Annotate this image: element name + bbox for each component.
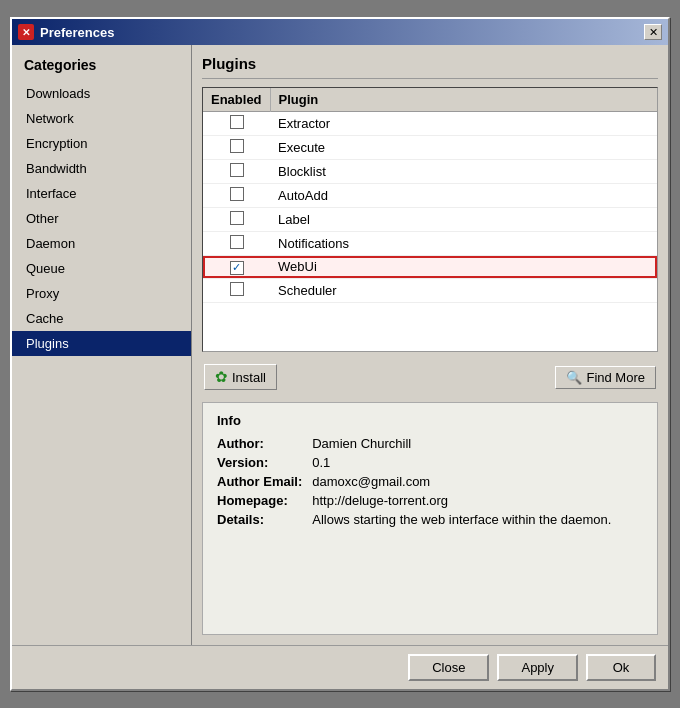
sidebar-item-downloads[interactable]: Downloads <box>12 81 191 106</box>
install-button[interactable]: ✿ Install <box>204 364 277 390</box>
sidebar-item-interface[interactable]: Interface <box>12 181 191 206</box>
footer: Close Apply Ok <box>12 645 668 689</box>
checkbox-box[interactable] <box>230 235 244 249</box>
plugin-name-webui: WebUi <box>270 256 657 279</box>
checkbox-box[interactable] <box>230 211 244 225</box>
table-row: Extractor <box>203 112 657 136</box>
info-section: Info Author: Damien Churchill Version: 0… <box>202 402 658 635</box>
col-plugin: Plugin <box>270 88 657 112</box>
plugin-name: AutoAdd <box>270 184 657 208</box>
sidebar-item-daemon[interactable]: Daemon <box>12 231 191 256</box>
checkbox-notifications[interactable] <box>203 232 270 256</box>
checkbox-box-checked[interactable]: ✓ <box>230 261 244 275</box>
table-row: Label <box>203 208 657 232</box>
details-label: Details: <box>217 512 302 527</box>
version-label: Version: <box>217 455 302 470</box>
plugin-name: Blocklist <box>270 160 657 184</box>
checkbox-box[interactable] <box>230 187 244 201</box>
plugin-name: Execute <box>270 136 657 160</box>
plugin-name: Notifications <box>270 232 657 256</box>
col-enabled: Enabled <box>203 88 270 112</box>
version-value: 0.1 <box>312 455 643 470</box>
sidebar-header: Categories <box>12 53 191 81</box>
ok-button[interactable]: Ok <box>586 654 656 681</box>
checkbox-label[interactable] <box>203 208 270 232</box>
checkbox-webui[interactable]: ✓ <box>203 256 270 279</box>
checkbox-box[interactable] <box>230 139 244 153</box>
table-row: Scheduler <box>203 278 657 302</box>
plugins-table-container[interactable]: Enabled Plugin Extractor Execute <box>202 87 658 352</box>
author-value: Damien Churchill <box>312 436 643 451</box>
titlebar-left: ✕ Preferences <box>18 24 114 40</box>
homepage-value: http://deluge-torrent.org <box>312 493 643 508</box>
sidebar-item-encryption[interactable]: Encryption <box>12 131 191 156</box>
plugin-name: Scheduler <box>270 278 657 302</box>
table-row: Execute <box>203 136 657 160</box>
sidebar-item-cache[interactable]: Cache <box>12 306 191 331</box>
close-icon[interactable]: ✕ <box>644 24 662 40</box>
sidebar-item-other[interactable]: Other <box>12 206 191 231</box>
table-row-highlighted: ✓ WebUi <box>203 256 657 279</box>
checkbox-box[interactable] <box>230 282 244 296</box>
window-title: Preferences <box>40 25 114 40</box>
checkbox-blocklist[interactable] <box>203 160 270 184</box>
content-area: Categories Downloads Network Encryption … <box>12 45 668 645</box>
findmore-button[interactable]: 🔍 Find More <box>555 366 656 389</box>
sidebar-item-bandwidth[interactable]: Bandwidth <box>12 156 191 181</box>
table-row: AutoAdd <box>203 184 657 208</box>
sidebar-item-plugins[interactable]: Plugins <box>12 331 191 356</box>
table-row: Notifications <box>203 232 657 256</box>
sidebar-item-queue[interactable]: Queue <box>12 256 191 281</box>
authoremail-label: Author Email: <box>217 474 302 489</box>
checkbox-scheduler[interactable] <box>203 278 270 302</box>
close-button[interactable]: Close <box>408 654 489 681</box>
info-grid: Author: Damien Churchill Version: 0.1 Au… <box>217 436 643 527</box>
details-value: Allows starting the web interface within… <box>312 512 643 527</box>
apply-button[interactable]: Apply <box>497 654 578 681</box>
checkbox-box[interactable] <box>230 115 244 129</box>
sidebar-item-proxy[interactable]: Proxy <box>12 281 191 306</box>
checkbox-execute[interactable] <box>203 136 270 160</box>
main-area: Plugins Enabled Plugin Extractor <box>192 45 668 645</box>
plugin-name: Extractor <box>270 112 657 136</box>
sidebar: Categories Downloads Network Encryption … <box>12 45 192 645</box>
preferences-window: ✕ Preferences ✕ Categories Downloads Net… <box>10 17 670 691</box>
table-row: Blocklist <box>203 160 657 184</box>
checkbox-box[interactable] <box>230 163 244 177</box>
search-icon: 🔍 <box>566 370 582 385</box>
info-title: Info <box>217 413 643 428</box>
sidebar-item-network[interactable]: Network <box>12 106 191 131</box>
plugin-actions: ✿ Install 🔍 Find More <box>202 360 658 394</box>
checkbox-autoadd[interactable] <box>203 184 270 208</box>
plugin-name: Label <box>270 208 657 232</box>
section-title: Plugins <box>202 55 658 79</box>
findmore-label: Find More <box>586 370 645 385</box>
install-icon: ✿ <box>215 368 228 386</box>
authoremail-value: damoxc@gmail.com <box>312 474 643 489</box>
titlebar: ✕ Preferences ✕ <box>12 19 668 45</box>
app-icon: ✕ <box>18 24 34 40</box>
checkbox-extractor[interactable] <box>203 112 270 136</box>
install-label: Install <box>232 370 266 385</box>
homepage-label: Homepage: <box>217 493 302 508</box>
author-label: Author: <box>217 436 302 451</box>
plugins-table: Enabled Plugin Extractor Execute <box>203 88 657 303</box>
